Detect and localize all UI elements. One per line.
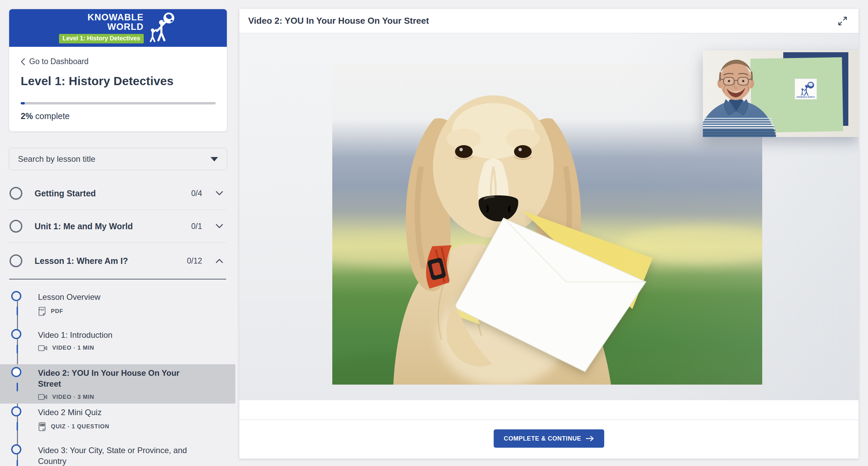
lesson-content-panel: Video 2: YOU In Your House On Your Stree… bbox=[239, 9, 859, 459]
svg-text:PDF: PDF bbox=[39, 309, 44, 311]
brand-logo: KNOWABLE WORLD Level 1: History Detectiv… bbox=[59, 13, 143, 43]
section-count: 0/1 bbox=[191, 222, 202, 231]
lesson-item-video-1[interactable]: Video 1: Introduction VIDEO · 1 MIN bbox=[0, 326, 235, 364]
video-icon bbox=[38, 394, 47, 400]
course-card: KNOWABLE WORLD Level 1: History Detectiv… bbox=[9, 9, 227, 132]
section-progress-circle bbox=[9, 220, 22, 233]
expand-button[interactable] bbox=[837, 15, 848, 27]
course-progress-fill bbox=[21, 102, 25, 104]
lesson-meta-label: VIDEO · 1 MIN bbox=[52, 345, 94, 351]
lesson-meta: VIDEO · 3 MIN bbox=[38, 394, 229, 401]
curriculum-sections: Getting Started 0/4 Unit 1: Me and My Wo… bbox=[0, 177, 235, 466]
lesson-progress-circle bbox=[11, 406, 21, 416]
arrow-right-icon bbox=[586, 436, 594, 441]
brand-level-badge: Level 1: History Detectives bbox=[59, 34, 143, 43]
lesson-item-video-2[interactable]: Video 2: YOU In Your House On Your Stree… bbox=[0, 364, 235, 404]
section-label: Unit 1: Me and My World bbox=[35, 221, 191, 231]
quiz-icon bbox=[38, 422, 46, 431]
section-getting-started[interactable]: Getting Started 0/4 bbox=[0, 177, 235, 210]
lesson-title: Video 2 Mini Quiz bbox=[38, 407, 201, 418]
section-unit-1[interactable]: Unit 1: Me and My World 0/1 bbox=[0, 210, 235, 242]
instructor-pip-video[interactable]: KNOWABLE WORLD bbox=[703, 51, 859, 137]
course-sidebar: KNOWABLE WORLD Level 1: History Detectiv… bbox=[0, 0, 235, 466]
video-slide-dog-with-mail bbox=[332, 65, 762, 385]
section-label: Getting Started bbox=[35, 189, 191, 198]
course-progress-bar bbox=[21, 102, 216, 104]
video-player[interactable]: KNOWABLE WORLD bbox=[239, 33, 859, 400]
chevron-down-icon[interactable] bbox=[216, 224, 223, 229]
brand-logo-line1: KNOWABLE bbox=[59, 13, 143, 22]
course-summary: Go to Dashboard Level 1: History Detecti… bbox=[9, 47, 227, 131]
section-count: 0/12 bbox=[187, 256, 202, 266]
section-label: Lesson 1: Where Am I? bbox=[35, 256, 187, 266]
expand-icon bbox=[837, 16, 848, 26]
timeline-dash bbox=[17, 460, 18, 466]
go-to-dashboard-link[interactable]: Go to Dashboard bbox=[21, 57, 216, 66]
lesson-meta-label: PDF bbox=[51, 308, 63, 315]
video-icon bbox=[38, 345, 47, 351]
section-progress-circle bbox=[9, 254, 22, 267]
lesson-search-dropdown[interactable]: Search by lesson title bbox=[9, 148, 227, 170]
lesson-meta: PDF PDF bbox=[38, 307, 229, 316]
lesson-item-quiz[interactable]: Video 2 Mini Quiz QUIZ · 1 QUESTION bbox=[0, 404, 235, 442]
section-progress-circle bbox=[9, 187, 22, 200]
content-spacer bbox=[239, 400, 859, 420]
lesson-title: Lesson Overview bbox=[38, 292, 201, 303]
course-title: Level 1: History Detectives bbox=[21, 74, 216, 88]
section-lesson-1[interactable]: Lesson 1: Where Am I? 0/12 bbox=[0, 243, 235, 279]
brand-logo-line2: WORLD bbox=[59, 22, 143, 32]
lesson-meta: VIDEO · 1 MIN bbox=[38, 345, 229, 351]
lesson-title: Video 1: Introduction bbox=[38, 330, 201, 341]
lesson-item-video-3[interactable]: Video 3: Your City, State or Province, a… bbox=[0, 442, 235, 466]
lesson-progress-circle bbox=[11, 329, 21, 339]
timeline-dash bbox=[17, 307, 18, 315]
lesson-header: Video 2: YOU In Your House On Your Stree… bbox=[239, 9, 859, 33]
brand-figures-icon bbox=[147, 11, 177, 45]
chevron-down-icon[interactable] bbox=[216, 191, 223, 196]
lesson-meta: QUIZ · 1 QUESTION bbox=[38, 422, 229, 431]
lesson-page-title: Video 2: YOU In Your House On Your Stree… bbox=[248, 16, 429, 26]
lesson-progress-circle-current bbox=[11, 367, 21, 377]
timeline-dash bbox=[17, 422, 18, 431]
lesson-title: Video 3: Your City, State or Province, a… bbox=[38, 445, 201, 466]
lesson-progress-circle bbox=[11, 291, 21, 301]
complete-continue-button[interactable]: COMPLETE & CONTINUE bbox=[494, 429, 604, 448]
lesson-title: Video 2: YOU In Your House On Your Stree… bbox=[38, 368, 201, 390]
go-to-dashboard-label: Go to Dashboard bbox=[29, 57, 88, 66]
timeline-dash bbox=[17, 383, 18, 391]
dropdown-caret-icon bbox=[211, 157, 218, 161]
complete-continue-label: COMPLETE & CONTINUE bbox=[504, 435, 581, 442]
course-progress-label: 2% complete bbox=[21, 111, 216, 121]
lesson-search-placeholder: Search by lesson title bbox=[18, 154, 95, 164]
brand-header: KNOWABLE WORLD Level 1: History Detectiv… bbox=[9, 9, 227, 47]
lesson-meta-label: VIDEO · 3 MIN bbox=[52, 394, 94, 401]
chevron-up-icon[interactable] bbox=[216, 258, 223, 263]
pip-sign-label: KNOWABLE WORLD bbox=[796, 96, 814, 98]
section-count: 0/4 bbox=[191, 189, 202, 198]
timeline-dash bbox=[17, 345, 18, 353]
chevron-left-icon bbox=[21, 58, 25, 65]
lesson-progress-circle bbox=[11, 444, 21, 454]
lesson-item-overview[interactable]: Lesson Overview PDF PDF bbox=[0, 288, 235, 326]
lesson-list: Lesson Overview PDF PDF Video 1: Introdu… bbox=[0, 279, 235, 466]
pdf-icon: PDF bbox=[38, 307, 46, 316]
lesson-meta-label: QUIZ · 1 QUESTION bbox=[51, 423, 109, 430]
pip-knowable-world-sign: KNOWABLE WORLD bbox=[795, 79, 817, 99]
lesson-footer: COMPLETE & CONTINUE bbox=[239, 420, 859, 459]
